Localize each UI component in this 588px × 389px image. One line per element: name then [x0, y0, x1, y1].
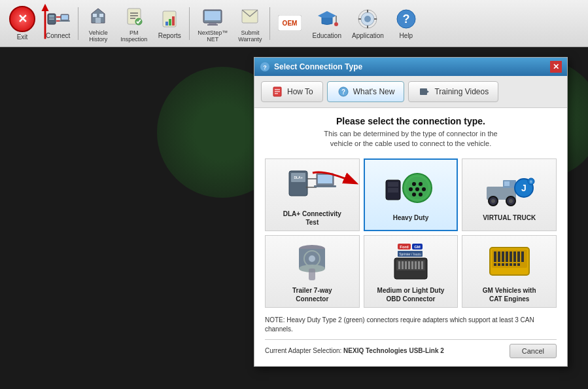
adapter-name: NEXIQ Technologies USB-Link 2	[343, 347, 444, 354]
gm-cat-label: GM Vehicles withCAT Engines	[483, 286, 536, 303]
video-icon	[418, 85, 431, 98]
exit-button[interactable]: ✕ Exit	[5, 5, 39, 42]
svg-rect-115	[502, 263, 504, 266]
nextstep-icon	[201, 5, 224, 28]
connect-button[interactable]: Connect	[42, 6, 74, 41]
exit-icon: ✕	[9, 6, 35, 32]
select-connection-dialog: ? Select Connection Type ✕ How To	[254, 57, 568, 367]
virtual-truck-button[interactable]: J ® VIRTUAL TRUCK	[462, 158, 557, 231]
svg-rect-106	[498, 251, 500, 262]
svg-rect-105	[494, 251, 496, 262]
exit-label: Exit	[17, 33, 28, 41]
pm-inspection-button[interactable]: PMInspection	[116, 3, 151, 44]
trailer-7way-image	[286, 241, 338, 284]
dla-connectivity-image: DLA+	[286, 164, 338, 207]
svg-rect-45	[275, 93, 278, 94]
svg-rect-96	[402, 261, 404, 269]
reports-label: Reports	[158, 32, 181, 39]
tab-how-to[interactable]: How To	[261, 81, 323, 102]
svg-point-61	[409, 187, 413, 191]
book-icon	[271, 85, 284, 98]
help-button[interactable]: ? Help	[390, 6, 422, 41]
svg-rect-72	[504, 181, 510, 186]
heavy-duty-image	[385, 168, 437, 211]
svg-rect-6	[60, 20, 70, 22]
education-icon	[315, 7, 339, 31]
svg-marker-49	[427, 90, 429, 93]
svg-rect-108	[506, 251, 508, 262]
dla-connectivity-button[interactable]: DLA+ DLA+ ConnectivityTest	[265, 158, 360, 231]
svg-text:OEM: OEM	[283, 20, 298, 27]
svg-rect-99	[411, 261, 413, 269]
adapter-selection-text: Current Adapter Selection: NEXIQ Technol…	[265, 347, 444, 354]
education-label: Education	[312, 32, 341, 39]
pm-inspection-icon	[122, 5, 146, 28]
svg-text:Sprinter / Isuzu: Sprinter / Isuzu	[399, 252, 421, 256]
svg-point-60	[419, 182, 423, 186]
gm-cat-button[interactable]: GM Vehicles withCAT Engines	[462, 235, 557, 308]
svg-rect-43	[275, 89, 280, 90]
education-button[interactable]: Education	[308, 6, 345, 41]
svg-rect-1	[49, 15, 54, 17]
medium-light-duty-image: Ford GM Sprinter / Isuzu	[385, 241, 437, 284]
dla-label: DLA+ ConnectivityTest	[283, 210, 341, 227]
vehicle-history-button[interactable]: VehicleHistory	[82, 3, 114, 44]
dialog-note: NOTE: Heavy Duty Type 2 (green) connecto…	[265, 316, 557, 334]
application-button[interactable]: Application	[348, 6, 388, 41]
svg-rect-95	[398, 261, 400, 269]
svg-rect-112	[521, 251, 524, 262]
connect-icon	[46, 7, 70, 31]
dialog-title: Select Connection Type	[274, 62, 362, 71]
pm-inspection-label: PMInspection	[120, 29, 147, 43]
svg-rect-118	[513, 263, 516, 266]
nextstep-button[interactable]: NextStep™NET	[194, 3, 232, 44]
svg-text:?: ?	[341, 88, 345, 96]
tab-whats-new[interactable]: ? What's New	[327, 81, 405, 102]
svg-rect-68	[388, 188, 398, 193]
nextstep-label: NextStep™NET	[198, 29, 228, 43]
trailer-7way-button[interactable]: Trailer 7-wayConnector	[265, 235, 360, 308]
svg-rect-110	[513, 251, 516, 262]
separator-3	[269, 7, 270, 40]
tab-whats-new-label: What's New	[353, 87, 395, 96]
separator-1	[78, 7, 78, 40]
tab-training-videos[interactable]: Training Videos	[408, 81, 498, 102]
dialog-titlebar: ? Select Connection Type ✕	[254, 58, 567, 76]
svg-rect-117	[510, 263, 512, 266]
toolbar: ✕ Exit Connect	[0, 0, 588, 47]
svg-point-62	[415, 187, 419, 191]
main-area: ? Select Connection Type ✕ How To	[0, 47, 588, 389]
heavy-duty-button[interactable]: Heavy Duty	[364, 158, 458, 231]
svg-rect-102	[421, 261, 423, 269]
svg-rect-5	[61, 15, 68, 20]
svg-text:GM: GM	[414, 245, 421, 249]
reports-icon	[158, 7, 181, 31]
svg-text:®: ®	[529, 180, 532, 184]
svg-rect-23	[209, 23, 216, 24]
separator-2	[189, 7, 190, 40]
svg-rect-111	[517, 251, 520, 262]
svg-rect-67	[388, 182, 398, 187]
question-circle-icon: ?	[337, 85, 350, 98]
help-icon: ?	[394, 7, 418, 31]
oem-button[interactable]: OEM	[274, 10, 305, 37]
submit-warranty-button[interactable]: SubmitWarranty	[234, 3, 266, 44]
reports-button[interactable]: Reports	[154, 6, 185, 41]
virtual-truck-label: VIRTUAL TRUCK	[483, 213, 536, 222]
svg-point-30	[334, 22, 338, 26]
svg-rect-2	[49, 18, 54, 18]
cancel-button[interactable]: Cancel	[510, 344, 557, 358]
connect-label: Connect	[46, 32, 70, 39]
svg-rect-44	[275, 91, 280, 92]
svg-rect-98	[408, 261, 410, 269]
connection-heading: Please select the connection type.	[265, 116, 557, 126]
heavy-duty-label: Heavy Duty	[393, 213, 428, 222]
dialog-close-button[interactable]: ✕	[550, 61, 562, 73]
submit-warranty-icon	[238, 5, 262, 28]
svg-rect-9	[95, 18, 101, 23]
trailer-7way-label: Trailer 7-wayConnector	[292, 286, 332, 303]
gm-cat-image	[483, 241, 536, 284]
vehicle-history-icon	[86, 5, 110, 28]
svg-point-74	[491, 199, 495, 203]
medium-light-duty-button[interactable]: Ford GM Sprinter / Isuzu	[364, 235, 458, 308]
